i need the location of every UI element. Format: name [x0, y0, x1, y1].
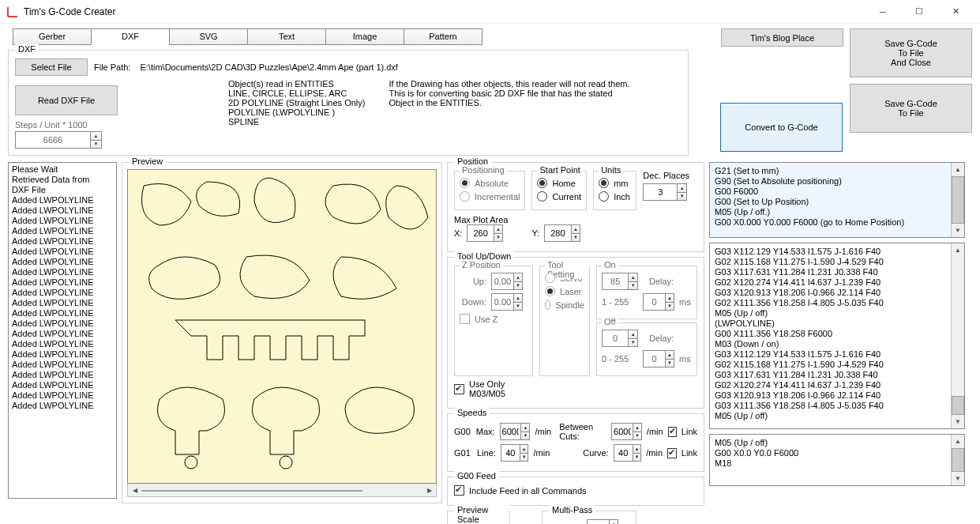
scroll-left-icon[interactable]: ◀: [128, 484, 141, 496]
radio-spindle: [545, 300, 550, 310]
log-line: Added LWPOLYLINE: [12, 257, 113, 267]
radio-current[interactable]: [537, 191, 547, 202]
objects-heading: Object(s) read in ENTITIES: [228, 79, 365, 89]
convert-button[interactable]: Convert to G-Code: [720, 103, 843, 152]
check-include-feed[interactable]: [454, 485, 464, 496]
log-line: Added LWPOLYLINE: [12, 401, 113, 411]
gcode-line: G03 X120.913 Y18.206 I-0.966 J2.114 F40: [715, 390, 959, 401]
log-line: Added LWPOLYLINE: [12, 349, 113, 360]
gcode-line: G02 X115.168 Y11.275 I-1.590 J-4.529 F40: [715, 257, 959, 267]
save-button[interactable]: Save G-Code To File: [850, 84, 972, 133]
log-line: Retrieved Data from: [12, 175, 113, 185]
log-line: Added LWPOLYLINE: [12, 308, 113, 319]
g01-curve-spinner[interactable]: ▲▼: [614, 444, 642, 462]
log-line: Added LWPOLYLINE: [12, 277, 113, 288]
preview-canvas[interactable]: [127, 169, 437, 484]
dec-spinner[interactable]: ▲▼: [643, 183, 687, 201]
gcode-body-box[interactable]: G03 X112.129 Y14.533 I1.575 J-1.616 F40G…: [709, 243, 965, 429]
dec-label: Dec. Places: [643, 171, 697, 180]
positioning-subgroup: Positioning Absolute Incremental: [454, 171, 525, 210]
preview-scroll-thumb[interactable]: [141, 490, 362, 492]
position-group: Position Positioning Absolute Incrementa…: [447, 162, 704, 252]
check-useonly[interactable]: [454, 384, 464, 394]
preview-scale-group: Preview Scale ▲▼: [447, 511, 510, 524]
plot-x-spinner[interactable]: ▲▼: [467, 224, 503, 242]
steps-spinner[interactable]: ▲▼: [15, 131, 102, 149]
gcode-line: G02 X120.274 Y14.411 I4.637 J-1.239 F40: [715, 380, 959, 390]
gcode-header-box[interactable]: G21 (Set to mm)G90 (Set to Absolute posi…: [709, 162, 965, 238]
steps-input[interactable]: [16, 133, 90, 147]
log-line: Added LWPOLYLINE: [12, 288, 113, 298]
radio-inch[interactable]: [599, 191, 609, 202]
preview-legend: Preview: [129, 156, 166, 166]
preview-h-scrollbar[interactable]: ◀ ▶: [127, 484, 437, 497]
window-title: Tim's G-Code Creater: [24, 6, 865, 17]
gcode-line: M05 (Up / off): [715, 438, 959, 448]
plot-y-spinner[interactable]: ▲▼: [544, 224, 580, 242]
dxf-group: DXF Select File File Path: E:\tim\Docume…: [8, 50, 689, 156]
gcode-line: G00 X111.356 Y18.258 F6000: [715, 329, 959, 339]
log-line: Added LWPOLYLINE: [12, 236, 113, 247]
maximize-button[interactable]: ☐: [901, 0, 937, 24]
blog-button[interactable]: Tim's Blog Place: [721, 28, 843, 47]
check-link2[interactable]: [667, 448, 677, 458]
log-line: Added LWPOLYLINE: [12, 319, 113, 329]
scroll-right-icon[interactable]: ▶: [422, 484, 436, 496]
startpoint-subgroup: Start Point Home Current: [531, 171, 587, 210]
dxf-legend: DXF: [15, 44, 39, 54]
g00-max-spinner[interactable]: ▲▼: [500, 423, 531, 440]
check-link1[interactable]: [668, 427, 677, 437]
close-button[interactable]: ✕: [937, 0, 974, 24]
off-subgroup: Off ▲▼ Delay: 0 - 255 ▲▼ ms: [596, 322, 697, 376]
gcode-line: M18: [715, 458, 959, 469]
log-list[interactable]: Please WaitRetrieved Data fromDXF FileAd…: [8, 162, 117, 499]
tab-pattern[interactable]: Pattern: [404, 28, 482, 45]
gcode-line: G00 X0.0 Y0.0 F6000: [715, 448, 959, 458]
on-value-spinner: ▲▼: [602, 273, 638, 290]
log-line: Added LWPOLYLINE: [12, 360, 113, 370]
log-line: Added LWPOLYLINE: [12, 195, 113, 205]
radio-home[interactable]: [537, 178, 547, 188]
log-line: Added LWPOLYLINE: [12, 339, 113, 349]
gcode-line: G90 (Set to Absolute positioning): [715, 176, 959, 187]
z-down-spinner: ▲▼: [491, 293, 523, 311]
max-plot-label: Max Plot Area: [454, 215, 697, 224]
gcode-line: M05 (Up / off): [715, 411, 959, 421]
read-dxf-button[interactable]: Read DXF File: [15, 85, 118, 115]
g01-line-spinner[interactable]: ▲▼: [501, 444, 529, 462]
tab-text[interactable]: Text: [247, 28, 326, 45]
gcode-line: G03 X117.631 Y11.284 I1.231 J0.338 F40: [715, 267, 959, 277]
objects-list: LINE, CIRCLE, ELLIPSE, ARC 2D POLYLINE (…: [228, 89, 365, 126]
gcode1-scrollbar[interactable]: ▲▼: [951, 163, 964, 237]
log-line: Added LWPOLYLINE: [12, 329, 113, 339]
gcode-line: G00 F6000: [715, 187, 959, 197]
tab-dxf[interactable]: DXF: [91, 28, 170, 45]
multipass-spinner[interactable]: ▲▼: [587, 519, 618, 524]
gcode2-scrollbar[interactable]: ▲▼: [951, 243, 964, 428]
log-line: Added LWPOLYLINE: [12, 226, 113, 236]
log-line: Added LWPOLYLINE: [12, 298, 113, 308]
log-line: Added LWPOLYLINE: [12, 205, 113, 216]
tab-gerber[interactable]: Gerber: [13, 28, 92, 45]
g00feed-group: G00 Feed Include Feed in all Commands: [447, 477, 704, 506]
radio-absolute: [460, 178, 470, 188]
gcode-line: G03 X117.631 Y11.284 I1.231 J0.338 F40: [715, 370, 959, 380]
log-line: Added LWPOLYLINE: [12, 216, 113, 226]
check-usez: [460, 314, 470, 324]
log-line: Added LWPOLYLINE: [12, 247, 113, 257]
gcode-footer-box[interactable]: M05 (Up / off)G00 X0.0 Y0.0 F6000M18▲▼: [709, 434, 965, 486]
log-line: Added LWPOLYLINE: [12, 267, 113, 277]
gcode3-scrollbar[interactable]: ▲▼: [951, 435, 964, 485]
save-close-button[interactable]: Save G-Code To File And Close: [850, 28, 972, 77]
radio-mm[interactable]: [599, 178, 609, 188]
filepath-label: File Path:: [94, 62, 130, 72]
minimize-button[interactable]: ─: [865, 0, 901, 24]
spin-down[interactable]: ▼: [91, 141, 101, 149]
tab-image[interactable]: Image: [325, 28, 404, 45]
multipass-group: Multi-Pass Number: ▲▼: [542, 511, 636, 524]
dec-input[interactable]: [644, 185, 677, 199]
spin-up[interactable]: ▲: [91, 132, 101, 141]
select-file-button[interactable]: Select File: [15, 58, 88, 76]
between-spinner[interactable]: ▲▼: [611, 423, 642, 440]
tab-svg[interactable]: SVG: [169, 28, 248, 45]
